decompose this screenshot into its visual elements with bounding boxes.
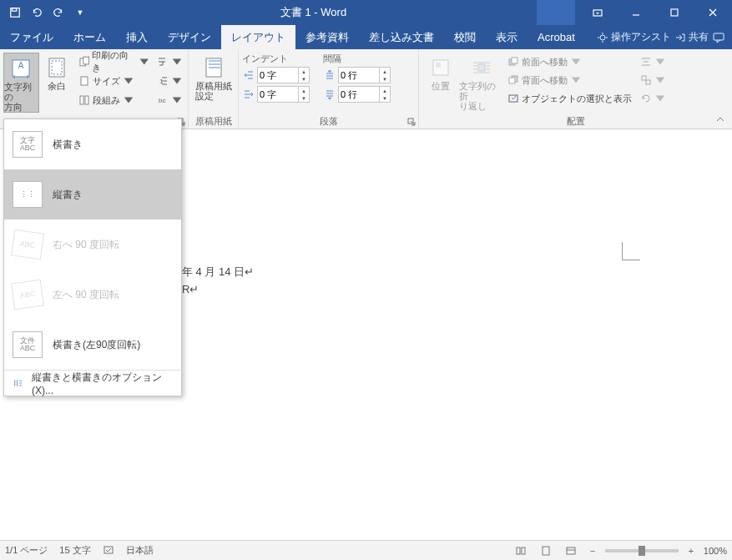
- direction-options[interactable]: 縦書きと横書きのオプション(X)...: [4, 371, 181, 396]
- spacing-before-icon: [323, 68, 336, 82]
- indent-right-input[interactable]: ▲▼: [257, 86, 310, 103]
- columns-button[interactable]: 段組み: [77, 91, 152, 109]
- group-button[interactable]: [639, 71, 668, 89]
- svg-rect-25: [478, 64, 485, 71]
- view-read-mode[interactable]: [512, 543, 530, 558]
- svg-text:bc: bc: [159, 97, 165, 104]
- text-direction-label: 文字列の 方向: [4, 82, 38, 112]
- svg-point-7: [600, 35, 605, 40]
- zoom-in[interactable]: +: [685, 546, 697, 556]
- svg-rect-14: [83, 57, 88, 64]
- group-arrange: 位置 文字列の折 り返し 前面へ移動 背面へ移動 オブジェクトの選択と表示 配置: [419, 49, 732, 129]
- tab-design[interactable]: デザイン: [158, 25, 221, 49]
- group-manuscript: 原稿用紙 設定 原稿用紙: [189, 49, 239, 129]
- indent-title: インデント: [242, 53, 310, 65]
- indent-left-icon: [242, 68, 255, 82]
- indent-left-input[interactable]: ▲▼: [257, 67, 310, 83]
- line-numbers-button[interactable]: 1: [155, 72, 184, 90]
- spacing-before-input[interactable]: ▲▼: [338, 67, 391, 83]
- close-button[interactable]: [694, 0, 732, 25]
- group-page-setup: A 文字列の 方向 余白 印刷の向き サイズ 段組み 1 bc: [0, 49, 189, 129]
- ribbon: A 文字列の 方向 余白 印刷の向き サイズ 段組み 1 bc: [0, 49, 732, 129]
- tab-file[interactable]: ファイル: [0, 25, 63, 49]
- page-count[interactable]: 1/1 ページ: [5, 544, 48, 557]
- feedback-button[interactable]: [712, 31, 725, 44]
- direction-vertical-label: 縦書き: [53, 188, 83, 202]
- breaks-button[interactable]: [155, 53, 184, 71]
- direction-horizontal[interactable]: 文字 ABC横書き: [4, 119, 181, 169]
- svg-text:A: A: [18, 61, 24, 70]
- orientation-button[interactable]: 印刷の向き: [77, 53, 152, 71]
- text-direction-button[interactable]: A 文字列の 方向: [3, 53, 39, 113]
- tab-references[interactable]: 参考資料: [295, 25, 359, 49]
- zoom-out[interactable]: −: [587, 546, 598, 556]
- margins-button[interactable]: 余白: [39, 53, 75, 91]
- direction-rotate-right-label: 右へ 90 度回転: [53, 238, 119, 252]
- direction-vertical[interactable]: ⋮⋮縦書き: [4, 169, 181, 219]
- window-title: 文書 1 - Word: [90, 5, 537, 20]
- hyphenation-button[interactable]: bc: [155, 91, 184, 109]
- bring-forward-label: 前面へ移動: [522, 56, 568, 68]
- zoom-slider[interactable]: [605, 549, 679, 552]
- tab-layout[interactable]: レイアウト: [221, 25, 295, 49]
- direction-horizontal-label: 横書き: [53, 138, 83, 152]
- send-backward-button[interactable]: 背面へ移動: [506, 71, 634, 89]
- view-print-layout[interactable]: [537, 543, 555, 558]
- zoom-level[interactable]: 100%: [704, 546, 727, 556]
- svg-rect-37: [567, 547, 575, 554]
- tab-home[interactable]: ホーム: [63, 25, 116, 49]
- paragraph-launcher[interactable]: [406, 117, 416, 127]
- orientation-label: 印刷の向き: [92, 49, 136, 74]
- maximize-button[interactable]: [655, 0, 694, 25]
- svg-rect-16: [80, 96, 83, 104]
- tab-insert[interactable]: 挿入: [116, 25, 158, 49]
- language[interactable]: 日本語: [126, 544, 154, 557]
- bring-forward-button[interactable]: 前面へ移動: [506, 53, 634, 71]
- tab-view[interactable]: 表示: [486, 25, 528, 49]
- save-button[interactable]: [5, 3, 25, 23]
- send-backward-label: 背面へ移動: [522, 74, 568, 87]
- svg-rect-34: [517, 547, 520, 554]
- arrange-group-label: 配置: [419, 114, 732, 129]
- account-button[interactable]: [537, 0, 575, 25]
- tab-acrobat[interactable]: Acrobat: [528, 25, 585, 49]
- collapse-ribbon-button[interactable]: [712, 112, 729, 127]
- spacing-after-input[interactable]: ▲▼: [338, 86, 391, 103]
- manuscript-label: 原稿用紙 設定: [195, 81, 232, 101]
- position-label: 位置: [432, 81, 450, 91]
- direction-horizontal-rotated[interactable]: 文件 ABC横書き(左90度回転): [4, 320, 181, 370]
- word-count[interactable]: 15 文字: [59, 544, 90, 557]
- tab-mailings[interactable]: 差し込み文書: [359, 25, 444, 49]
- svg-rect-27: [512, 58, 517, 63]
- wrap-button[interactable]: 文字列の折 り返し: [459, 53, 504, 111]
- ribbon-options-button[interactable]: [578, 0, 617, 25]
- svg-rect-33: [104, 547, 113, 553]
- size-button[interactable]: サイズ: [77, 72, 152, 90]
- svg-rect-30: [509, 95, 517, 102]
- align-button[interactable]: [639, 53, 668, 71]
- svg-rect-29: [509, 78, 515, 83]
- svg-rect-4: [671, 9, 678, 16]
- svg-rect-8: [714, 33, 724, 40]
- direction-rotate-left-label: 左へ 90 度回転: [53, 288, 119, 302]
- svg-rect-1: [13, 8, 17, 12]
- svg-rect-24: [436, 63, 441, 68]
- position-button[interactable]: 位置: [422, 53, 459, 91]
- undo-button[interactable]: [27, 3, 47, 23]
- manuscript-button[interactable]: 原稿用紙 設定: [192, 53, 235, 101]
- view-web-layout[interactable]: [562, 543, 580, 558]
- minimize-button[interactable]: [617, 0, 655, 25]
- selection-pane-button[interactable]: オブジェクトの選択と表示: [506, 89, 634, 108]
- direction-options-label: 縦書きと横書きのオプション(X)...: [32, 371, 173, 396]
- qat-customize[interactable]: ▼: [70, 3, 90, 23]
- doc-line-2: R↵: [182, 283, 199, 295]
- share-button[interactable]: 共有: [674, 30, 709, 44]
- svg-rect-17: [85, 96, 88, 104]
- tab-review[interactable]: 校閲: [444, 25, 486, 49]
- tell-me[interactable]: 操作アシスト: [597, 30, 671, 44]
- spellcheck-icon[interactable]: [103, 544, 114, 557]
- rotate-button[interactable]: [639, 89, 668, 108]
- svg-rect-15: [81, 77, 88, 85]
- redo-button[interactable]: [48, 3, 68, 23]
- manuscript-group-label: 原稿用紙: [189, 114, 238, 129]
